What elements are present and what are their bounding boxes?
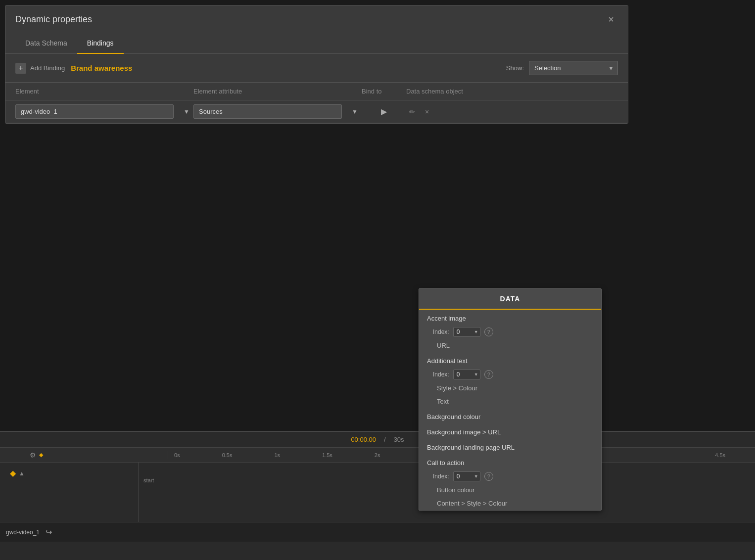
element-name-bottom: gwd-video_1 bbox=[6, 529, 40, 536]
accent-image-index-select-wrapper: 0 1 2 ▼ bbox=[453, 327, 480, 337]
dynamic-properties-dialog: Dynamic properties × Data Schema Binding… bbox=[5, 5, 628, 124]
total-time-display: 30s bbox=[394, 436, 404, 443]
ruler-mark-15s: 1.5s bbox=[322, 452, 332, 458]
tab-data-schema[interactable]: Data Schema bbox=[15, 33, 77, 54]
call-to-action-index-select[interactable]: 0 1 2 bbox=[453, 471, 480, 481]
dialog-title: Dynamic properties bbox=[15, 14, 92, 25]
ruler-mark-45s: 4.5s bbox=[715, 452, 725, 458]
time-separator: / bbox=[384, 436, 386, 443]
element-select-arrow-icon: ▼ bbox=[184, 108, 189, 115]
attribute-select-wrapper: Sources ▼ bbox=[193, 104, 362, 119]
timeline-bottom-bar: gwd-video_1 ↪ bbox=[0, 522, 755, 542]
add-binding-button[interactable]: + Add Binding bbox=[15, 63, 65, 74]
gear-icon[interactable]: ⚙ bbox=[30, 451, 36, 459]
call-to-action-help-icon[interactable]: ? bbox=[484, 472, 493, 481]
show-select[interactable]: Selection All bbox=[529, 61, 618, 75]
section-background-landing-page-url[interactable]: Background landing page URL bbox=[419, 439, 601, 454]
edit-schema-button[interactable]: ✏ bbox=[406, 107, 418, 117]
accent-image-index-label: Index: bbox=[433, 328, 449, 335]
dialog-close-button[interactable]: × bbox=[604, 12, 618, 26]
show-label: Show: bbox=[506, 64, 524, 72]
additional-text-index-select-wrapper: 0 1 2 ▼ bbox=[453, 370, 480, 379]
timeline-left: ◆ ▲ bbox=[0, 463, 139, 522]
accent-image-help-icon[interactable]: ? bbox=[484, 327, 493, 336]
ruler-mark-2s: 2s bbox=[375, 452, 380, 458]
call-to-action-index-row: Index: 0 1 2 ▼ ? bbox=[419, 469, 601, 483]
current-time-display: 00:00.00 bbox=[351, 436, 376, 443]
additional-text-index-select[interactable]: 0 1 2 bbox=[453, 370, 480, 379]
data-panel: DATA Accent image Index: 0 1 2 ▼ ? bbox=[419, 288, 602, 511]
data-item-text[interactable]: Text bbox=[419, 395, 601, 408]
data-item-content-style-colour[interactable]: Content > Style > Colour bbox=[419, 497, 601, 510]
table-row: gwd-video_1 ▼ Sources ▼ ▶ ✏ × bbox=[5, 100, 628, 123]
data-panel-body[interactable]: Accent image Index: 0 1 2 ▼ ? URL bbox=[419, 310, 601, 510]
header-data-schema-object: Data schema object bbox=[406, 88, 618, 95]
additional-text-help-icon[interactable]: ? bbox=[484, 370, 493, 379]
timeline-forward-icon[interactable]: ↪ bbox=[44, 525, 54, 539]
timeline-ruler: ⚙ ◆ 0s 0.5s 1s 1.5s 2s 2.5s 4.5s bbox=[0, 448, 755, 463]
schema-cell: ✏ × bbox=[406, 107, 618, 117]
call-to-action-index-select-wrapper: 0 1 2 ▼ bbox=[453, 471, 480, 481]
ruler-mark-1s: 1s bbox=[274, 452, 280, 458]
data-item-url-accent[interactable]: URL bbox=[419, 339, 601, 352]
section-additional-text: Additional text bbox=[419, 352, 601, 368]
playhead-marker: ◆ bbox=[39, 452, 43, 458]
start-marker: start bbox=[143, 477, 154, 483]
section-call-to-action: Call to action bbox=[419, 454, 601, 469]
delete-schema-button[interactable]: × bbox=[422, 107, 432, 117]
up-arrow-icon: ▲ bbox=[19, 470, 25, 477]
add-binding-label: Add Binding bbox=[30, 64, 65, 72]
section-background-colour[interactable]: Background colour bbox=[419, 408, 601, 423]
timeline-ruler-left: ⚙ ◆ bbox=[30, 451, 168, 459]
table-body: gwd-video_1 ▼ Sources ▼ ▶ ✏ × DATA bbox=[5, 100, 628, 123]
data-item-button-colour[interactable]: Button colour bbox=[419, 483, 601, 497]
accent-image-index-row: Index: 0 1 2 ▼ ? bbox=[419, 325, 601, 339]
timeline-track-area: ◆ ▲ start bbox=[0, 463, 755, 522]
call-to-action-index-label: Index: bbox=[433, 473, 449, 480]
attribute-select[interactable]: Sources bbox=[193, 104, 342, 119]
dialog-titlebar: Dynamic properties × bbox=[5, 5, 628, 33]
timeline-left-controls: ◆ ▲ bbox=[6, 467, 29, 480]
ruler-mark-0s: 0s bbox=[174, 452, 180, 458]
element-select-wrapper: gwd-video_1 ▼ bbox=[15, 104, 193, 119]
playhead: ◆ bbox=[39, 452, 43, 458]
section-background-image-url[interactable]: Background image > URL bbox=[419, 423, 601, 439]
tab-bindings[interactable]: Bindings bbox=[77, 33, 124, 54]
data-item-style-colour[interactable]: Style > Colour bbox=[419, 381, 601, 395]
add-icon: + bbox=[15, 63, 26, 74]
timeline-row-controls: ◆ ▲ bbox=[6, 467, 29, 480]
header-element: Element bbox=[15, 88, 193, 95]
ruler-mark-05s: 0.5s bbox=[222, 452, 233, 458]
binding-name: Brand awareness bbox=[71, 64, 132, 72]
accent-image-index-select[interactable]: 0 1 2 bbox=[453, 327, 480, 337]
header-element-attribute: Element attribute bbox=[193, 88, 362, 95]
additional-text-index-row: Index: 0 1 2 ▼ ? bbox=[419, 368, 601, 381]
additional-text-index-label: Index: bbox=[433, 371, 449, 378]
bind-to-arrow-button[interactable]: ▶ bbox=[362, 105, 406, 118]
timeline-area: 00:00.00 / 30s ⚙ ◆ 0s 0.5s 1s 1.5s 2s 2.… bbox=[0, 431, 755, 560]
attribute-select-arrow-icon: ▼ bbox=[352, 108, 358, 115]
section-accent-image: Accent image bbox=[419, 310, 601, 325]
dialog-toolbar: + Add Binding Brand awareness Show: Sele… bbox=[5, 54, 628, 83]
element-select[interactable]: gwd-video_1 bbox=[15, 104, 174, 119]
show-select-wrapper: Selection All ▼ bbox=[529, 61, 618, 75]
diamond-icon: ◆ bbox=[10, 468, 16, 478]
data-panel-title: DATA bbox=[419, 289, 601, 310]
show-section: Show: Selection All ▼ bbox=[506, 61, 618, 75]
dialog-tabs: Data Schema Bindings bbox=[5, 33, 628, 54]
table-header: Element Element attribute Bind to Data s… bbox=[5, 83, 628, 100]
timeline-controls: 00:00.00 / 30s bbox=[0, 432, 755, 448]
header-bind-to: Bind to bbox=[362, 88, 406, 95]
